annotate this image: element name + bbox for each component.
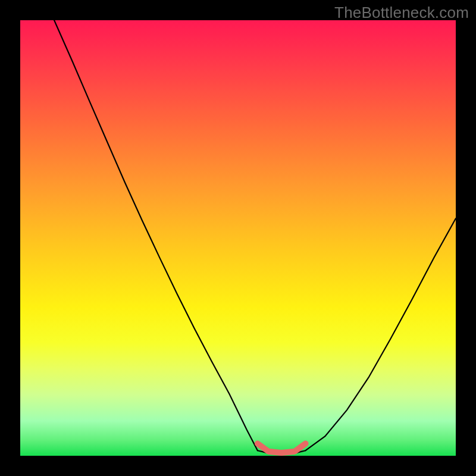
watermark-text: TheBottleneck.com	[334, 4, 469, 22]
curve-right-branch	[306, 218, 456, 450]
outer-black-frame: TheBottleneck.com	[0, 0, 476, 476]
plot-area	[20, 20, 456, 456]
curve-layer	[20, 20, 456, 456]
curve-left-branch	[54, 20, 258, 450]
curve-highlight-segment	[258, 444, 306, 453]
